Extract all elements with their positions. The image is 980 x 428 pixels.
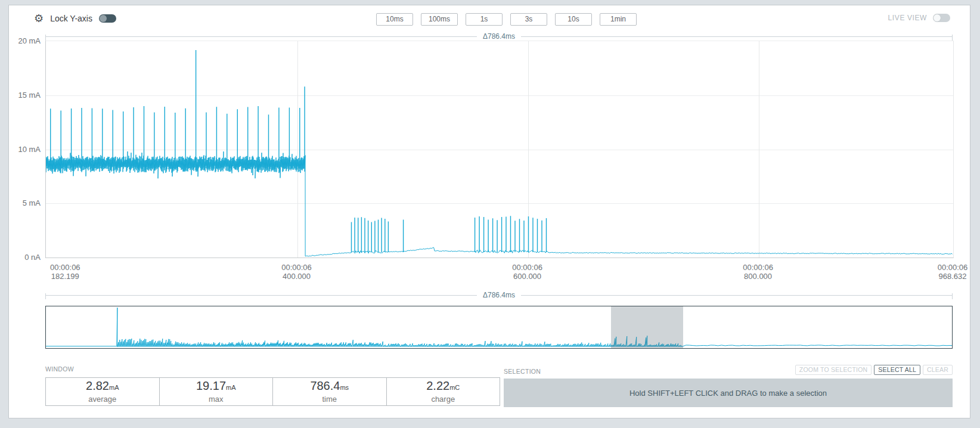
x-axis-labels: 00:00:06182.19900:00:06400.00000:00:0660… <box>45 259 953 281</box>
selection-button-group: ZOOM TO SELECTIONSELECT ALLCLEAR <box>795 365 953 375</box>
selection-help-text: Hold SHIFT+LEFT CLICK and DRAG to make a… <box>629 389 827 398</box>
x-tick-ms: 968.632 <box>938 272 968 281</box>
x-tick-time: 00:00:06 <box>281 263 312 272</box>
live-view-toggle[interactable] <box>933 14 950 22</box>
y-tick-label: 0 nA <box>11 253 41 262</box>
stat-label: max <box>209 395 224 404</box>
toggle-knob <box>934 14 941 21</box>
time-range-button-10s[interactable]: 10s <box>555 13 592 26</box>
ruler-line <box>45 36 477 37</box>
x-tick-label: 00:00:06182.199 <box>50 263 80 281</box>
main-panel: ⚙ Lock Y-axis 10ms100ms1s3s10s1min LIVE … <box>8 5 970 418</box>
selection-section-title: SELECTION <box>504 368 541 375</box>
y-tick-label: 15 mA <box>11 91 41 100</box>
stat-unit: ms <box>340 384 349 391</box>
lock-y-axis-label: Lock Y-axis <box>50 14 92 23</box>
settings-gear-icon[interactable]: ⚙ <box>34 13 44 24</box>
y-tick-label: 5 mA <box>11 199 41 207</box>
x-tick-time: 00:00:06 <box>743 263 773 272</box>
x-tick-time: 00:00:06 <box>512 263 542 272</box>
trace-band-path <box>46 151 953 256</box>
x-tick-label: 00:00:06800.000 <box>743 263 773 281</box>
x-tick-ms: 800.000 <box>743 272 773 281</box>
zoom-to-selection-button: ZOOM TO SELECTION <box>795 365 872 375</box>
lock-y-axis-toggle[interactable] <box>99 14 116 23</box>
ruler-line <box>521 36 953 37</box>
stat-value: 19.17mA <box>196 380 236 394</box>
x-tick-ms: 182.199 <box>50 272 80 281</box>
stat-unit: mC <box>449 384 460 391</box>
stat-time: 786.4mstime <box>272 378 386 405</box>
stat-value: 786.4ms <box>310 380 349 394</box>
toggle-knob <box>100 15 107 22</box>
window-delta-ruler-bottom: Δ786.4ms <box>45 291 953 299</box>
window-delta-ruler-top: Δ786.4ms <box>45 32 953 41</box>
stat-label: average <box>88 395 116 404</box>
minimap-delta-label: Δ786.4ms <box>477 291 521 299</box>
ruler-line <box>45 295 477 296</box>
minimap-chart[interactable] <box>45 306 953 349</box>
time-range-button-group: 10ms100ms1s3s10s1min <box>376 13 637 26</box>
stat-unit: mA <box>109 384 119 391</box>
time-range-button-10ms[interactable]: 10ms <box>376 13 413 26</box>
stat-label: charge <box>431 395 455 404</box>
y-tick-label: 10 mA <box>11 145 41 154</box>
current-trace <box>46 41 953 258</box>
time-range-button-100ms[interactable]: 100ms <box>421 13 458 26</box>
window-stats-section: WINDOW 2.82mAaverage19.17mAmax786.4mstim… <box>45 365 500 406</box>
window-stats-table: 2.82mAaverage19.17mAmax786.4mstime2.22mC… <box>45 377 500 406</box>
x-tick-time: 00:00:06 <box>938 263 968 272</box>
x-tick-label: 00:00:06400.000 <box>281 263 312 281</box>
time-range-button-1min[interactable]: 1min <box>600 13 637 26</box>
minimap-trace <box>46 306 952 348</box>
select-all-button[interactable]: SELECT ALL <box>874 365 920 375</box>
y-tick-label: 20 mA <box>11 36 41 45</box>
ruler-line <box>521 295 953 296</box>
selection-header: SELECTION ZOOM TO SELECTIONSELECT ALLCLE… <box>504 365 953 375</box>
stat-value: 2.82mA <box>86 380 119 394</box>
stat-average: 2.82mAaverage <box>46 378 159 405</box>
live-view-label: LIVE VIEW <box>888 14 927 22</box>
x-tick-label: 00:00:06968.632 <box>938 263 968 281</box>
selection-section: SELECTION ZOOM TO SELECTIONSELECT ALLCLE… <box>504 365 953 407</box>
minimap-selection-region[interactable] <box>611 306 683 348</box>
main-current-chart[interactable]: 20 mA15 mA10 mA5 mA0 nA <box>45 41 954 258</box>
stat-unit: mA <box>226 384 236 391</box>
selection-help-box[interactable]: Hold SHIFT+LEFT CLICK and DRAG to make a… <box>504 379 953 407</box>
window-section-title: WINDOW <box>45 365 500 373</box>
y-axis-controls: ⚙ Lock Y-axis <box>34 13 116 24</box>
x-tick-ms: 400.000 <box>281 272 312 281</box>
live-view-controls: LIVE VIEW <box>888 14 950 22</box>
clear-button: CLEAR <box>923 365 953 375</box>
time-range-button-1s[interactable]: 1s <box>466 13 503 26</box>
stat-value: 2.22mC <box>426 380 460 394</box>
minimap-trace-path <box>46 308 952 347</box>
x-tick-time: 00:00:06 <box>50 263 80 272</box>
time-range-button-3s[interactable]: 3s <box>510 13 547 26</box>
stat-max: 19.17mAmax <box>159 378 273 405</box>
window-delta-label: Δ786.4ms <box>477 32 521 41</box>
x-tick-ms: 600.000 <box>512 272 542 281</box>
x-tick-label: 00:00:06600.000 <box>512 263 542 281</box>
stat-charge: 2.22mCcharge <box>386 378 500 405</box>
stat-label: time <box>322 395 337 404</box>
trace-spikes-path <box>51 50 547 252</box>
